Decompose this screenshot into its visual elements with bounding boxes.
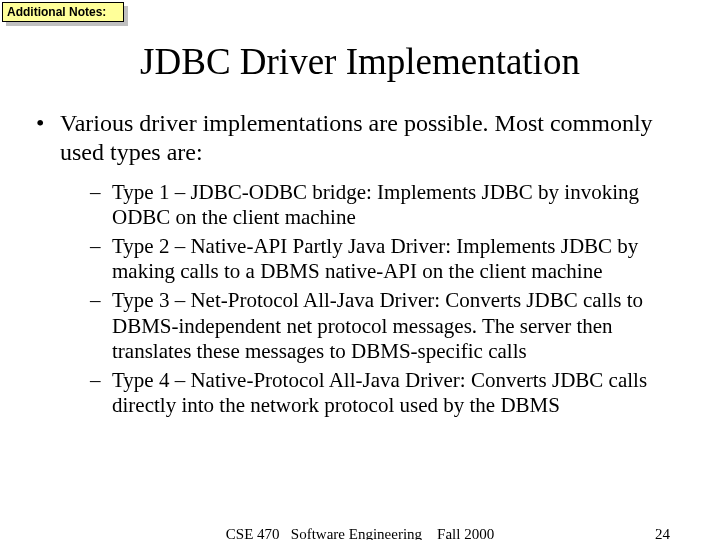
page-number: 24 xyxy=(655,526,670,540)
sub-marker: – xyxy=(90,368,112,419)
footer-title: Software Engineering xyxy=(291,526,422,540)
footer-center: CSE 470 Software Engineering Fall 2000 xyxy=(226,526,494,540)
sub-marker: – xyxy=(90,234,112,285)
slide-title: JDBC Driver Implementation xyxy=(0,40,720,83)
sub-text: Type 4 – Native-Protocol All-Java Driver… xyxy=(112,368,680,419)
sub-marker: – xyxy=(90,180,112,231)
sub-bullet: – Type 2 – Native-API Partly Java Driver… xyxy=(90,234,680,285)
sub-marker: – xyxy=(90,288,112,365)
sub-bullet: – Type 1 – JDBC-ODBC bridge: Implements … xyxy=(90,180,680,231)
additional-notes-box: Additional Notes: xyxy=(2,2,124,22)
bullet-text: Various driver implementations are possi… xyxy=(60,109,690,168)
footer-course: CSE 470 xyxy=(226,526,280,540)
bullet-marker: • xyxy=(30,109,60,168)
sub-text: Type 2 – Native-API Partly Java Driver: … xyxy=(112,234,680,285)
notes-label: Additional Notes: xyxy=(2,2,124,22)
sub-bullet: – Type 3 – Net-Protocol All-Java Driver:… xyxy=(90,288,680,365)
footer-term: Fall 2000 xyxy=(437,526,494,540)
slide-content: • Various driver implementations are pos… xyxy=(0,109,720,419)
sub-text: Type 3 – Net-Protocol All-Java Driver: C… xyxy=(112,288,680,365)
bullet-main: • Various driver implementations are pos… xyxy=(30,109,690,168)
sub-bullet: – Type 4 – Native-Protocol All-Java Driv… xyxy=(90,368,680,419)
sub-text: Type 1 – JDBC-ODBC bridge: Implements JD… xyxy=(112,180,680,231)
sub-bullet-list: – Type 1 – JDBC-ODBC bridge: Implements … xyxy=(30,180,690,419)
